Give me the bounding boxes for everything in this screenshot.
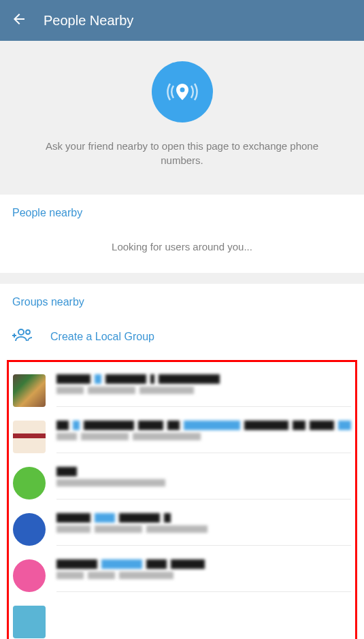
group-list-item[interactable] (13, 367, 351, 414)
section-divider (0, 273, 364, 284)
create-group-label: Create a Local Group (50, 331, 154, 343)
group-list-item[interactable] (13, 599, 351, 639)
group-list-item[interactable] (13, 553, 351, 599)
group-subtitle (56, 387, 351, 394)
group-subtitle (56, 479, 351, 487)
group-subtitle (56, 433, 351, 440)
svg-point-0 (180, 88, 184, 93)
back-arrow-icon[interactable] (11, 11, 27, 30)
svg-point-1 (18, 329, 24, 335)
svg-point-2 (26, 330, 30, 334)
people-nearby-section: People nearby Looking for users around y… (0, 195, 364, 273)
group-avatar (13, 374, 46, 407)
group-name (56, 513, 351, 523)
group-avatar (13, 606, 46, 638)
page-title: People Nearby (44, 13, 133, 29)
intro-section: Ask your friend nearby to open this page… (0, 41, 364, 195)
people-nearby-header: People nearby (0, 195, 364, 229)
group-info (56, 374, 351, 407)
group-info (56, 559, 351, 592)
header-bar: People Nearby (0, 0, 364, 41)
group-list-item[interactable] (13, 414, 351, 460)
group-avatar (13, 513, 46, 546)
beacon-icon (152, 61, 213, 122)
group-avatar (13, 421, 46, 453)
group-list-item[interactable] (13, 460, 351, 506)
group-subtitle (56, 525, 351, 533)
group-name (56, 374, 351, 384)
group-info (56, 421, 351, 453)
intro-text: Ask your friend nearby to open this page… (39, 139, 325, 167)
add-group-icon (12, 327, 34, 346)
group-subtitle (56, 572, 351, 579)
group-avatar (13, 559, 46, 592)
group-name (56, 467, 351, 476)
groups-nearby-section: Groups nearby Create a Local Group (0, 284, 364, 639)
loading-text: Looking for users around you... (0, 229, 364, 273)
group-info (56, 467, 351, 499)
group-name (56, 559, 351, 569)
group-list-item[interactable] (13, 506, 351, 553)
group-info (56, 606, 351, 638)
group-avatar (13, 467, 46, 499)
group-name (56, 421, 351, 430)
group-info (56, 513, 351, 546)
groups-list (7, 360, 357, 639)
create-local-group-button[interactable]: Create a Local Group (0, 318, 364, 356)
groups-nearby-header: Groups nearby (0, 284, 364, 318)
